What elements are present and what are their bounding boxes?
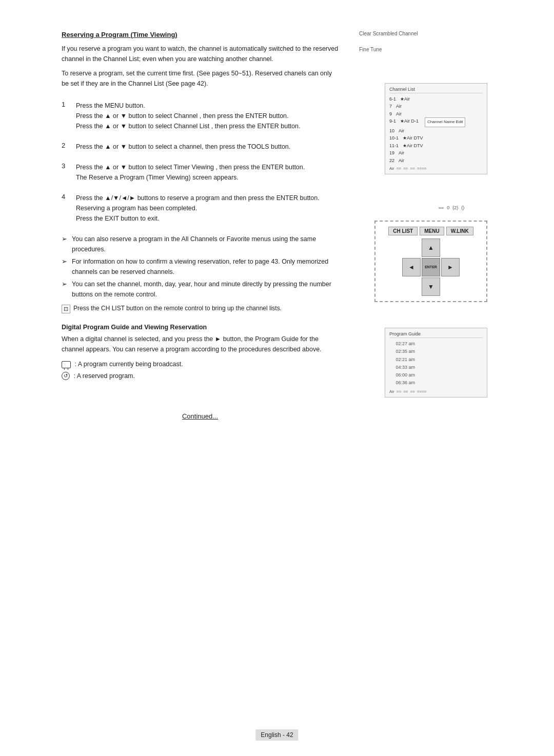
circle-arrow-icon: ↺ — [62, 372, 70, 380]
step-4-sub1: Reserving a program has been completed. — [76, 205, 197, 212]
note-item-1: ➢ You can also reserve a program in the … — [62, 234, 339, 254]
prog-time-4: 04:33 am — [389, 364, 415, 371]
wlink-button[interactable]: W.LINK — [446, 227, 473, 235]
prog-footer-eq1: == — [397, 389, 401, 394]
ch-list-note: ⊡ Press the CH LIST button on the remote… — [62, 305, 339, 313]
page: Reserving a Program (Time Viewing) If yo… — [0, 0, 554, 756]
timer-btn-eq3: == — [410, 166, 414, 171]
step-4-content: Press the ▲/▼/◄/► buttons to reserve a p… — [76, 193, 320, 224]
ch-row-2: 7 Air — [389, 103, 483, 110]
remote-panel: CH LIST MENU W.LINK ▲ ◄ ENTER ► ▼ — [374, 221, 487, 302]
ch-type-1: ★Air — [400, 95, 410, 103]
timer-footer-3: (2) — [452, 205, 458, 210]
ch-num-2: 7 — [389, 103, 392, 110]
prog-row-6: 06:36 am — [389, 379, 483, 387]
ch-list-button[interactable]: CH LIST — [388, 227, 418, 235]
prog-row-4: 04:33 am — [389, 364, 483, 371]
nav-right-button[interactable]: ► — [441, 258, 460, 276]
right-panel: Clear Scrambled Channel Fine Tune Channe… — [359, 31, 533, 408]
note-arrow-2: ➢ — [62, 256, 69, 277]
ch-list-icon: ⊡ — [62, 305, 70, 313]
step-3: 3 Press the ▲ or ▼ button to select Time… — [62, 162, 339, 183]
ch-row-7: 11-1 ★Air DTV — [389, 142, 483, 149]
ch-row-6: 10-1 ★Air DTV — [389, 134, 483, 142]
nav-left-button[interactable]: ◄ — [402, 258, 421, 276]
notes-list: ➢ You can also reserve a program in the … — [62, 234, 339, 300]
step-number-2: 2 — [62, 142, 72, 152]
step-1-content: Press the MENU button. Press the ▲ or ▼ … — [76, 101, 300, 131]
ch-type-4: ★Air D-1 — [400, 117, 419, 127]
ch-row-1: 6-1 ★Air — [389, 95, 483, 103]
ch-num-7: 11-1 — [389, 142, 399, 149]
nav-empty-br — [441, 277, 460, 296]
prog-time-6: 06:36 am — [389, 379, 415, 387]
prog-time-2: 02:35 am — [389, 348, 415, 355]
ch-row-3: 9 Air — [389, 110, 483, 117]
menu-button[interactable]: MENU — [420, 227, 444, 235]
legend-broadcast: : A program currently being broadcast. — [62, 359, 339, 370]
timer-footer-4: () — [461, 205, 464, 210]
step-4-sub2: Press the EXIT button to exit. — [76, 215, 159, 222]
ch-num-4: 9-1 — [389, 117, 396, 127]
ch-type-7: ★Air DTV — [403, 142, 423, 149]
main-content: Reserving a Program (Time Viewing) If yo… — [62, 31, 339, 420]
digital-section-title: Digital Program Guide and Viewing Reserv… — [62, 324, 339, 331]
prog-footer-box: ==== — [417, 389, 427, 394]
prog-footer-air: Air — [389, 389, 394, 394]
nav-up-button[interactable]: ▲ — [422, 238, 440, 257]
step-2-main: Press the ▲ or ▼ button to select a chan… — [76, 143, 290, 150]
timer-btn-eq1: == — [397, 166, 401, 171]
nav-grid: ▲ ◄ ENTER ► ▼ — [402, 238, 460, 296]
nav-enter-button[interactable]: ENTER — [422, 258, 440, 276]
remote-center: ▲ ◄ ENTER ► ▼ — [402, 238, 460, 296]
fine-tune-label: Fine Tune — [359, 47, 533, 52]
side-menu-labels: Clear Scrambled Channel Fine Tune — [359, 31, 533, 52]
ch-row-5: 10 Air — [389, 127, 483, 134]
ch-num-3: 9 — [389, 110, 392, 117]
prog-time-5: 06:00 am — [389, 371, 415, 379]
prog-time-3: 02:21 am — [389, 356, 415, 364]
continued-link: Continued... — [62, 412, 339, 420]
ch-num-9: 22 — [389, 157, 394, 164]
timer-footer-2: 0 — [447, 205, 449, 210]
nav-empty-tr — [441, 238, 460, 257]
legend-reserved: ↺ : A reserved program. — [62, 370, 339, 382]
intro-para2: To reserve a program, set the current ti… — [62, 68, 339, 89]
prog-footer-eq3: == — [410, 389, 414, 394]
step-number-3: 3 — [62, 162, 72, 183]
nav-down-button[interactable]: ▼ — [422, 277, 440, 296]
tv-icon — [62, 361, 71, 368]
step-2-content: Press the ▲ or ▼ button to select a chan… — [76, 142, 290, 152]
note-item-3: ➢ You can set the channel, month, day, y… — [62, 279, 339, 300]
step-4: 4 Press the ▲/▼/◄/► buttons to reserve a… — [62, 193, 339, 224]
channel-list-mock-title: Channel List — [389, 87, 483, 93]
prog-row-3: 02:21 am — [389, 356, 483, 364]
step-number-1: 1 — [62, 101, 72, 131]
timer-btn-eq2: == — [403, 166, 408, 171]
prog-row-5: 06:00 am — [389, 371, 483, 379]
page-footer: English - 42 — [255, 729, 298, 741]
ch-num-8: 19 — [389, 149, 394, 156]
note-arrow-3: ➢ — [62, 279, 69, 300]
step-1-sub-1: Press the ▲ or ▼ button to select Channe… — [76, 111, 300, 121]
timer-btn-box: ==== — [417, 166, 427, 171]
channel-name-edit-box: Channel Name Edit — [425, 117, 465, 127]
prog-footer-bar: Air == == == ==== — [389, 389, 483, 394]
step-3-main: Press the ▲ or ▼ button to select Timer … — [76, 164, 305, 171]
ch-type-3: Air — [396, 110, 402, 117]
ch-type-2: Air — [396, 103, 402, 110]
prog-row-2: 02:35 am — [389, 348, 483, 355]
step-4-main: Press the ▲/▼/◄/► buttons to reserve a p… — [76, 194, 320, 202]
ch-row-8: 19 Air — [389, 149, 483, 156]
ch-row-4: 9-1 ★Air D-1 Channel Name Edit — [389, 117, 483, 127]
timer-footer-1: == — [439, 205, 444, 210]
note-text-2: For information on how to confirm a view… — [72, 256, 339, 277]
prog-row-1: 02:27 am — [389, 340, 483, 348]
channel-list-mock: Channel List 6-1 ★Air 7 Air 9 Air 9-1 ★A… — [385, 83, 487, 174]
note-text-1: You can also reserve a program in the Al… — [72, 234, 339, 254]
ch-row-9: 22 Air — [389, 157, 483, 164]
prog-time-1: 02:27 am — [389, 340, 415, 348]
nav-empty-bl — [402, 277, 421, 296]
step-1: 1 Press the MENU button. Press the ▲ or … — [62, 101, 339, 131]
ch-type-5: Air — [399, 127, 404, 134]
